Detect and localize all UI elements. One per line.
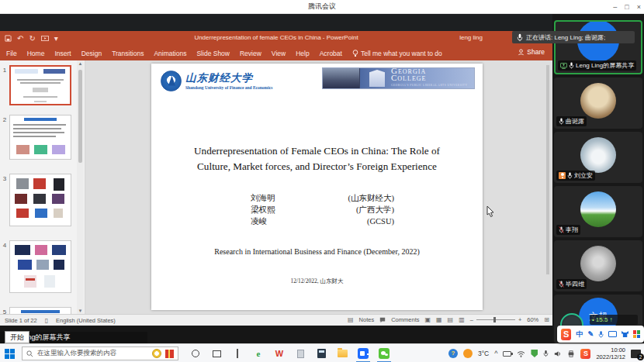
toolbox-icon[interactable]: [633, 330, 640, 338]
speaker-icon[interactable]: [554, 350, 562, 357]
slide-thumbnail-1[interactable]: [9, 65, 71, 105]
scroll-down-icon[interactable]: ▼: [77, 309, 84, 313]
pinned-app-icon[interactable]: [237, 349, 238, 358]
sdufe-name-cn: 山东财经大学: [185, 71, 272, 85]
comments-button[interactable]: Comments: [391, 316, 419, 323]
language-status[interactable]: English (United States): [56, 317, 116, 324]
participant-tile-bisiwei[interactable]: 毕四维: [554, 240, 642, 291]
thumb-number: 1: [0, 65, 9, 105]
save-icon[interactable]: [5, 35, 12, 42]
author-row: 凌峻 (GCSU): [251, 215, 394, 227]
skin-icon[interactable]: [621, 331, 628, 337]
wifi-icon[interactable]: [517, 350, 525, 357]
task-view-icon[interactable]: [213, 350, 221, 357]
accessibility-icon[interactable]: ▯: [45, 317, 48, 324]
participant-tile-lengling-share[interactable]: Leng Ling的屏幕共享: [554, 20, 642, 74]
tab-transitions[interactable]: Transitions: [112, 50, 144, 57]
redo-icon[interactable]: ↻: [29, 34, 35, 43]
printer-icon[interactable]: [567, 350, 575, 357]
reading-view-icon[interactable]: ▤: [448, 316, 454, 323]
participant-name: 曲诞露: [566, 117, 584, 126]
file-explorer-icon[interactable]: [338, 350, 348, 357]
participant-name: 李翔: [566, 226, 578, 234]
tell-me-box[interactable]: Tell me what you want to do: [352, 50, 442, 57]
ppt-share-button[interactable]: Share: [518, 48, 545, 56]
taskbar-search-input[interactable]: 在这里输入你要搜索的内容: [22, 346, 178, 360]
sogou-logo-icon[interactable]: S: [561, 329, 571, 340]
participant-tile-liulian[interactable]: 刘立安: [554, 132, 642, 183]
thumb-number: 3: [0, 174, 9, 226]
tab-view[interactable]: View: [272, 50, 286, 57]
participant-name: Leng Ling的屏幕共享: [576, 61, 634, 70]
shared-screen-area: ↶ ↻ ▾ Underrepresentation of female CEOs…: [0, 14, 552, 343]
scroll-up-icon[interactable]: ▲: [77, 61, 84, 66]
slide-indicator: Slide 1 of 22: [5, 317, 37, 324]
maximize-icon[interactable]: □: [625, 3, 628, 11]
battery-icon[interactable]: [503, 351, 511, 357]
weather-icon[interactable]: [463, 349, 473, 358]
slide-thumbnail-2[interactable]: [9, 115, 71, 160]
notes-app-icon[interactable]: [297, 350, 304, 358]
avatar: [580, 83, 616, 119]
mic-muted-icon: [559, 226, 564, 233]
start-slideshow-icon[interactable]: [41, 36, 49, 42]
alarm-clock-icon[interactable]: [152, 349, 161, 358]
wechat-icon[interactable]: [379, 348, 390, 359]
undo-icon[interactable]: ↶: [17, 34, 23, 43]
clock-date: 2022/12/12: [596, 353, 625, 360]
slide-sorter-icon[interactable]: ▦: [436, 316, 442, 323]
tencent-meeting-icon[interactable]: [358, 348, 369, 359]
calculator-icon[interactable]: [317, 349, 326, 358]
participant-tile-qudanlu[interactable]: 曲诞露: [554, 78, 642, 129]
comments-icon[interactable]: [379, 317, 386, 323]
notes-button[interactable]: Notes: [359, 316, 375, 323]
tab-review[interactable]: Review: [240, 50, 261, 57]
zoom-out-icon[interactable]: –: [470, 316, 473, 323]
tab-help[interactable]: Help: [296, 50, 309, 57]
canvas-scrollbar[interactable]: [545, 62, 551, 295]
ppt-signed-in-user[interactable]: leng ling: [459, 34, 483, 41]
tab-home[interactable]: Home: [27, 50, 45, 57]
thumbnail-scrollbar[interactable]: ▲ ▼: [77, 60, 84, 314]
slide-thumbnail-4[interactable]: [9, 240, 71, 293]
fit-slide-icon[interactable]: ⊞: [544, 316, 549, 323]
normal-view-icon[interactable]: ▣: [424, 316, 431, 323]
ppt-ribbon: File Home Insert Design Transitions Anim…: [0, 46, 552, 60]
zoom-percentage[interactable]: 60%: [527, 316, 538, 323]
tab-animations[interactable]: Animations: [154, 50, 186, 57]
show-hidden-icons[interactable]: ^: [494, 350, 497, 357]
browser-icon[interactable]: e: [253, 348, 264, 359]
slide-thumbnail-3[interactable]: [9, 174, 71, 226]
zoom-knob[interactable]: [493, 317, 496, 322]
zoom-in-icon[interactable]: +: [518, 316, 521, 323]
close-icon[interactable]: ×: [637, 3, 641, 11]
tab-acrobat[interactable]: Acrobat: [320, 50, 342, 57]
minimize-icon[interactable]: –: [613, 3, 617, 11]
qat-dropdown-icon[interactable]: ▾: [54, 34, 58, 43]
sogou-input-toolbar[interactable]: S 中 ✎: [557, 326, 644, 343]
weather-temp[interactable]: 3°C: [478, 350, 489, 357]
slideshow-view-icon[interactable]: ▥: [459, 316, 465, 323]
security-shield-icon[interactable]: [531, 350, 538, 357]
tray-mic-icon[interactable]: [543, 350, 549, 357]
taskbar-clock[interactable]: 10:00 2022/12/12: [596, 346, 625, 360]
sogou-tray-icon[interactable]: S: [580, 349, 590, 359]
tab-insert[interactable]: Insert: [54, 50, 71, 57]
wps-icon[interactable]: W: [274, 348, 285, 359]
handwrite-icon[interactable]: ✎: [587, 330, 594, 338]
gift-icon[interactable]: [165, 350, 174, 358]
chinese-mode-icon[interactable]: 中: [576, 329, 583, 340]
voice-input-icon[interactable]: [598, 330, 604, 339]
participant-tile-lixiang[interactable]: 李翔: [554, 186, 642, 237]
current-slide[interactable]: 山东财经大学 Shandong University of Finance an…: [151, 64, 483, 310]
zoom-slider[interactable]: – +: [470, 316, 522, 323]
soft-keyboard-icon[interactable]: [608, 331, 617, 337]
action-center-icon[interactable]: 2: [631, 350, 641, 358]
help-tray-icon[interactable]: ?: [448, 349, 458, 358]
tab-design[interactable]: Design: [81, 50, 102, 57]
tab-slideshow[interactable]: Slide Show: [196, 50, 230, 57]
thumb-number: 2: [0, 115, 9, 160]
start-button[interactable]: [5, 349, 15, 359]
tab-file[interactable]: File: [6, 50, 17, 57]
cortana-icon[interactable]: [192, 350, 199, 357]
